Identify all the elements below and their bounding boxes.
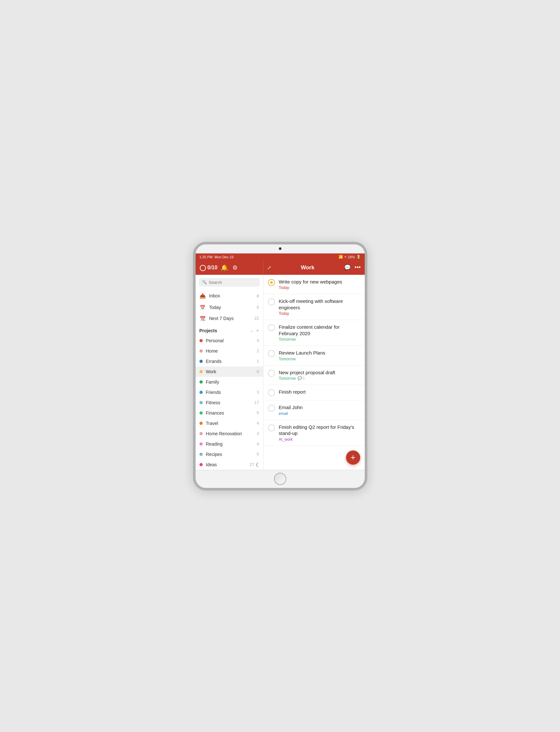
task-checkbox-8[interactable] [268, 424, 275, 432]
status-right: 📶 ⌖ 18% 🔋 [339, 255, 361, 259]
project-item-family[interactable]: Family [196, 377, 263, 387]
task-item-8[interactable]: Finish editing Q2 report for Friday's st… [263, 420, 365, 446]
task-meta-3: Tomorrow [279, 337, 360, 341]
project-label-errands: Errands [206, 359, 222, 364]
ipad-device: 1:25 PM Mon Dec 16 📶 ⌖ 18% 🔋 ◯ 0/10 🔔 ⚙ [193, 242, 367, 491]
project-item-travel[interactable]: Travel 4 [196, 418, 263, 429]
task-item-4[interactable]: Review Launch Plans Tomorrow [263, 346, 365, 365]
nav-item-today[interactable]: 📅 Today 6 [196, 302, 263, 313]
device-bottom-bar [196, 470, 365, 488]
project-count-fitness: 17 [254, 400, 259, 405]
task-content-8: Finish editing Q2 report for Friday's st… [279, 424, 360, 442]
task-title-3: Finalize content calendar for February 2… [279, 324, 360, 336]
task-item-7[interactable]: Email John email [263, 401, 365, 420]
project-item-home-renovation[interactable]: Home Renovation 3 [196, 429, 263, 439]
task-list: Write copy for new webpages Today Kick-o… [263, 275, 365, 470]
project-dot-family [199, 381, 203, 384]
project-count-travel: 4 [257, 421, 259, 426]
project-item-reading[interactable]: Reading 4 [196, 439, 263, 449]
project-dot-fitness [199, 401, 203, 404]
task-meta-5: Tomorrow [279, 376, 296, 381]
home-button[interactable] [274, 473, 286, 485]
project-item-friends[interactable]: Friends 3 [196, 387, 263, 398]
projects-section-header: Projects ⌄ + [196, 325, 263, 335]
task-comment-badge-5: 💬 1 [298, 376, 305, 381]
project-label-family: Family [206, 380, 219, 385]
task-content-7: Email John email [279, 404, 360, 416]
task-checkbox-1[interactable] [268, 279, 275, 286]
project-dot-personal [199, 339, 203, 342]
task-checkbox-2[interactable] [268, 298, 275, 305]
project-count-friends: 3 [257, 390, 259, 395]
projects-section-title: Projects [199, 328, 250, 333]
header-icons: 🔔 ⚙ [221, 264, 238, 271]
task-content-2: Kick-off meeting with software engineers… [279, 298, 360, 316]
nav-item-inbox[interactable]: 📤 Inbox 8 [196, 290, 263, 302]
inbox-icon: 📤 [199, 293, 206, 299]
project-item-work[interactable]: Work 8 [196, 367, 263, 377]
project-dot-home-renovation [199, 432, 203, 435]
task-item-5[interactable]: New project proposal draft Tomorrow 💬 1 [263, 365, 365, 385]
project-label-finances: Finances [206, 411, 224, 416]
nav-item-next7days[interactable]: 📆 Next 7 Days 22 [196, 313, 263, 324]
task-item-1[interactable]: Write copy for new webpages Today [263, 275, 365, 294]
more-icon[interactable]: ••• [355, 264, 361, 271]
projects-add-icon[interactable]: + [256, 328, 259, 333]
app-container: 1:25 PM Mon Dec 16 📶 ⌖ 18% 🔋 ◯ 0/10 🔔 ⚙ [196, 253, 365, 470]
location-icon: ⌖ [344, 255, 346, 259]
comment-icon[interactable]: 💬 [344, 264, 351, 271]
nav-label-inbox: Inbox [209, 293, 220, 298]
front-camera [279, 247, 281, 250]
task-title-1: Write copy for new webpages [279, 279, 360, 285]
next7days-icon: 📆 [199, 316, 206, 321]
task-checkbox-4[interactable] [268, 350, 275, 357]
project-count-reading: 4 [257, 442, 259, 446]
project-item-finances[interactable]: Finances 5 [196, 408, 263, 418]
expand-icon[interactable]: ⤢ [267, 265, 271, 270]
task-meta-row-5: Tomorrow 💬 1 [279, 376, 360, 381]
project-count-personal: 4 [257, 338, 259, 343]
task-checkbox-3[interactable] [268, 324, 275, 331]
task-checkbox-5[interactable] [268, 370, 275, 377]
project-dot-ideas [199, 463, 203, 466]
nav-label-next7days: Next 7 Days [209, 316, 234, 321]
task-item-2[interactable]: Kick-off meeting with software engineers… [263, 294, 365, 320]
task-item-6[interactable]: Finish report [263, 385, 365, 401]
bell-icon[interactable]: 🔔 [221, 264, 228, 271]
task-title-8: Finish editing Q2 report for Friday's st… [279, 424, 360, 437]
project-dot-finances [199, 412, 203, 415]
project-label-home: Home [206, 348, 218, 353]
project-item-fitness[interactable]: Fitness 17 [196, 398, 263, 408]
status-time: 1:25 PM [199, 255, 213, 259]
status-left: 1:25 PM Mon Dec 16 [199, 255, 234, 259]
project-label-work: Work [206, 369, 216, 374]
project-item-ideas[interactable]: Ideas 27 ❮ [196, 460, 263, 470]
project-item-home[interactable]: Home 2 [196, 346, 263, 356]
project-item-recipes[interactable]: Recipes 5 [196, 449, 263, 460]
task-item-3[interactable]: Finalize content calendar for February 2… [263, 320, 365, 346]
app-header: ◯ 0/10 🔔 ⚙ ⤢ Work 💬 ••• [196, 260, 365, 275]
device-top-bar [196, 244, 365, 253]
project-count-ideas: 27 ❮ [249, 462, 259, 467]
task-checkbox-7[interactable] [268, 405, 275, 412]
add-task-fab[interactable]: + [346, 451, 360, 465]
gear-icon[interactable]: ⚙ [232, 264, 238, 271]
projects-section-icons: ⌄ + [250, 328, 259, 333]
project-item-personal[interactable]: Personal 4 [196, 335, 263, 346]
score-value: 0/10 [208, 265, 218, 270]
task-meta-8: At_work [279, 437, 360, 442]
task-title-7: Email John [279, 404, 360, 411]
task-title-5: New project proposal draft [279, 370, 360, 376]
nav-label-today: Today [209, 305, 221, 310]
task-meta-4: Tomorrow [279, 357, 360, 361]
search-input[interactable] [209, 280, 257, 285]
project-item-errands[interactable]: Errands 1 [196, 356, 263, 367]
task-checkbox-6[interactable] [268, 389, 275, 396]
task-title-4: Review Launch Plans [279, 350, 360, 356]
project-dot-recipes [199, 453, 203, 456]
search-icon: 🔍 [202, 280, 207, 284]
projects-collapse-icon[interactable]: ⌄ [250, 328, 253, 333]
wifi-icon: 📶 [339, 255, 343, 259]
search-bar[interactable]: 🔍 [199, 278, 260, 287]
header-right: ⤢ Work 💬 ••• [263, 260, 365, 275]
